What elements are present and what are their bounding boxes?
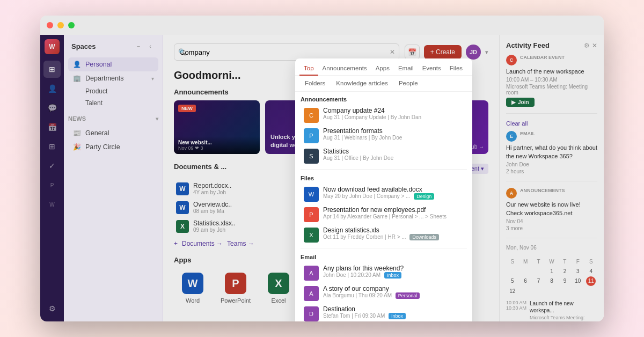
search-tab-folders[interactable]: Folders	[301, 77, 330, 91]
file-content-2: Presentation for new employees.pdf Apr 1…	[323, 206, 464, 219]
email-meta-2: Ala Borgumu | Thu 09:20 AM Personal	[323, 292, 464, 299]
email-icon-2: A	[304, 286, 319, 301]
search-result-email-2[interactable]: A A story of our company Ala Borgumu | T…	[301, 283, 467, 303]
ann-meta-3: Aug 31 | Office | By John Doe	[323, 155, 464, 161]
email-content-3: Destination Stefan Tom | Fri 09:30 AM In…	[323, 305, 464, 319]
search-email-section: Email A Any plans for this weekend? John…	[295, 250, 472, 321]
ann-meta-2: Aug 31 | Webinars | By John Doe	[323, 135, 464, 141]
search-tab-top[interactable]: Top	[299, 62, 318, 76]
search-email-title: Email	[301, 254, 467, 260]
search-result-ann-1[interactable]: C Company update #24 Aug 31 | Company Up…	[301, 105, 467, 125]
file-title-3: Design statistics.xls	[323, 226, 464, 234]
ann-content-2: Presentation formats Aug 31 | Webinars |…	[323, 127, 464, 141]
email-icon-1: A	[304, 266, 319, 281]
search-result-email-1[interactable]: A Any plans for this weekend? John Doe |…	[301, 262, 467, 283]
search-files-section: Files W Now download feed available.docx…	[295, 171, 472, 247]
ann-content-3: Statistics Aug 31 | Office | By John Doe	[323, 148, 464, 161]
search-tab-apps[interactable]: Apps	[371, 62, 394, 76]
file-icon-2: P	[304, 207, 319, 222]
search-tab-email[interactable]: Email	[394, 62, 418, 76]
search-announcements-section: Announcements C Company update #24 Aug 3…	[295, 92, 472, 168]
maximize-button[interactable]	[68, 22, 75, 28]
file-icon-3: X	[304, 228, 319, 243]
email-title-2: A story of our company	[323, 285, 464, 292]
file-meta-1: May 20 by John Doe | Company > ... Desig…	[323, 193, 464, 200]
file-meta-3: Oct 11 by Freddy Corben | HR > ... Downl…	[323, 234, 464, 240]
app-window: W ⊞ 👤 💬 📅 ⊞ ✓ P W ⚙ Spaces − ‹	[40, 16, 604, 321]
email-meta-1: John Doe | 10:20:20 AM Inbox	[323, 272, 464, 279]
search-result-file-2[interactable]: P Presentation for new employees.pdf Apr…	[301, 204, 467, 224]
file-title-2: Presentation for new employees.pdf	[323, 206, 464, 214]
email-title-1: Any plans for this weekend?	[323, 265, 464, 272]
close-button[interactable]	[47, 22, 53, 28]
email-icon-3: D	[304, 306, 319, 321]
ann-title-3: Statistics	[323, 148, 464, 155]
search-dropdown: Top Announcements Apps Email Events File…	[295, 58, 472, 321]
search-tab-knowledge[interactable]: Knowledge articles	[332, 77, 392, 91]
minimize-button[interactable]	[57, 22, 64, 28]
divider-2	[301, 248, 467, 248]
search-files-title: Files	[301, 175, 467, 181]
email-content-2: A story of our company Ala Borgumu | Thu…	[323, 285, 464, 299]
search-tab-announcements[interactable]: Announcements	[318, 62, 371, 76]
email-meta-3: Stefan Tom | Fri 09:30 AM Inbox	[323, 313, 464, 319]
search-result-file-3[interactable]: X Design statistics.xls Oct 11 by Freddy…	[301, 224, 467, 245]
email-content-1: Any plans for this weekend? John Doe | 1…	[323, 265, 464, 279]
search-tab-people[interactable]: People	[394, 77, 422, 91]
file-title-1: Now download feed available.docx	[323, 186, 464, 193]
ann-content-1: Company update #24 Aug 31 | Company Upda…	[323, 107, 464, 120]
search-dropdown-tabs: Top Announcements Apps Email Events File…	[295, 58, 472, 76]
file-content-3: Design statistics.xls Oct 11 by Freddy C…	[323, 226, 464, 240]
app-body: W ⊞ 👤 💬 📅 ⊞ ✓ P W ⚙ Spaces − ‹	[40, 35, 604, 321]
search-result-ann-2[interactable]: P Presentation formats Aug 31 | Webinars…	[301, 125, 467, 145]
search-tab-events[interactable]: Events	[418, 62, 445, 76]
ann-icon-2: P	[304, 128, 319, 143]
file-icon-1: W	[304, 187, 319, 202]
ann-title-2: Presentation formats	[323, 127, 464, 135]
ann-title-1: Company update #24	[323, 107, 464, 114]
ann-meta-1: Aug 31 | Company Update | By John Dan	[323, 114, 464, 120]
search-result-email-3[interactable]: D Destination Stefan Tom | Fri 09:30 AM …	[301, 303, 467, 321]
titlebar	[40, 16, 604, 35]
search-tabs-row2: Folders Knowledge articles People	[295, 76, 472, 92]
ann-icon-3: S	[304, 149, 319, 164]
divider-1	[301, 169, 467, 170]
search-result-ann-3[interactable]: S Statistics Aug 31 | Office | By John D…	[301, 145, 467, 166]
search-ann-title: Announcements	[301, 96, 467, 102]
file-content-1: Now download feed available.docx May 20 …	[323, 186, 464, 200]
search-result-file-1[interactable]: W Now download feed available.docx May 2…	[301, 184, 467, 204]
file-meta-2: Apr 14 by Alexander Game | Personal > ..…	[323, 214, 464, 219]
search-tab-files[interactable]: Files	[445, 62, 467, 76]
ann-icon-1: C	[304, 108, 319, 123]
email-title-3: Destination	[323, 305, 464, 313]
